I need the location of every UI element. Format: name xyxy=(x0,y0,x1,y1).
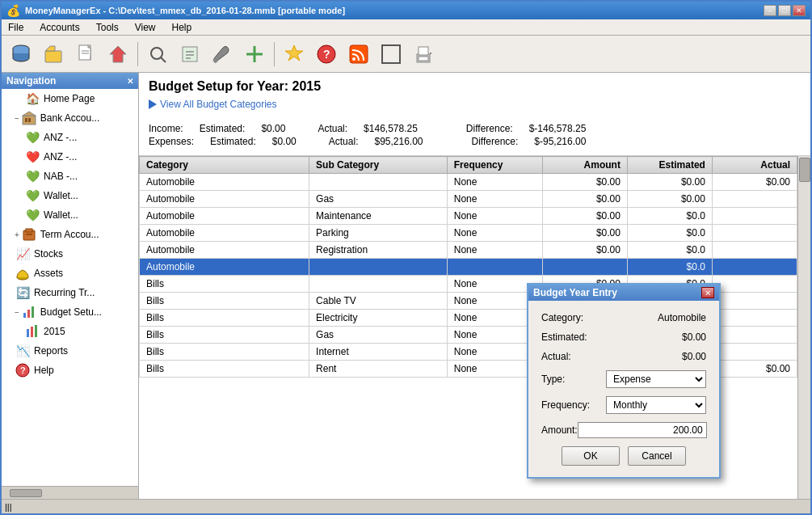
sidebar-item-label: Budget Setu... xyxy=(40,306,102,318)
nab-icon: 💚 xyxy=(24,168,40,184)
sidebar-item-label: 2015 xyxy=(44,326,65,337)
menu-file[interactable]: File xyxy=(5,21,27,34)
sidebar-item-wallet1[interactable]: 💚 Wallet... xyxy=(2,186,138,205)
wallet2-icon: 💚 xyxy=(24,207,40,223)
svg-rect-37 xyxy=(31,327,33,337)
toolbar-print-button[interactable] xyxy=(409,40,438,69)
toolbar-tools-button[interactable] xyxy=(208,40,237,69)
close-button[interactable]: ✕ xyxy=(793,5,806,16)
toolbar-sep-1 xyxy=(137,42,138,66)
sidebar-item-help[interactable]: ? Help xyxy=(2,361,138,380)
modal-category-label: Category: xyxy=(541,312,606,323)
sidebar-item-stocks[interactable]: 📈 Stocks xyxy=(2,244,138,264)
modal-actual-label: Actual: xyxy=(541,351,606,362)
svg-marker-15 xyxy=(285,45,303,61)
sidebar-item-budget[interactable]: − Budget Setu... xyxy=(2,302,138,322)
sidebar-item-label: Bank Accou... xyxy=(40,112,99,124)
modal-overlay: Budget Year Entry ✕ Category: Automobile… xyxy=(139,73,810,499)
svg-text:?: ? xyxy=(20,365,26,375)
recurring-icon: 🔄 xyxy=(15,285,31,301)
toolbar-add-button[interactable] xyxy=(240,40,269,69)
nav-header: Navigation ✕ xyxy=(2,73,138,89)
modal-actual-value: $0.00 xyxy=(606,351,706,362)
modal-close-button[interactable]: ✕ xyxy=(701,287,714,298)
modal-estimated-value: $0.00 xyxy=(606,331,706,343)
sidebar-item-term-accounts[interactable]: + Term Accou... xyxy=(2,225,138,244)
svg-rect-30 xyxy=(26,229,32,232)
svg-rect-1 xyxy=(45,51,61,62)
modal-type-select[interactable]: Expense Income xyxy=(606,370,706,388)
menu-help[interactable]: Help xyxy=(169,21,196,34)
budget-icon xyxy=(21,304,37,320)
toolbar-new-button[interactable] xyxy=(71,40,100,69)
sidebar-item-2015[interactable]: 2015 xyxy=(2,322,138,341)
sidebar-item-label: Wallet... xyxy=(44,190,78,201)
sidebar-item-anz1[interactable]: 💚 ANZ -... xyxy=(2,128,138,147)
toolbar-help-button[interactable]: ? xyxy=(312,40,341,69)
toolbar-open-button[interactable] xyxy=(39,40,68,69)
toolbar-search-button[interactable] xyxy=(143,40,172,69)
maximize-button[interactable]: □ xyxy=(778,5,791,16)
navigation-panel: Navigation ✕ 🏠 Home Page − xyxy=(2,73,139,499)
stocks-icon: 📈 xyxy=(15,246,31,262)
modal-ok-button[interactable]: OK xyxy=(562,446,620,466)
modal-frequency-select[interactable]: Monthly Weekly Bi-Weekly Daily Yearly No… xyxy=(606,396,706,414)
expand-bank[interactable]: − xyxy=(15,114,19,123)
svg-line-7 xyxy=(161,57,166,62)
year-icon xyxy=(24,323,40,340)
sidebar-item-label: Assets xyxy=(34,268,63,279)
modal-frequency-row: Frequency: Monthly Weekly Bi-Weekly Dail… xyxy=(541,396,706,414)
toolbar-favorite-button[interactable] xyxy=(280,40,309,69)
modal-cancel-button[interactable]: Cancel xyxy=(628,446,686,466)
toolbar-db-button[interactable] xyxy=(6,40,36,69)
nav-title: Navigation xyxy=(6,75,56,87)
nav-hscroll-thumb[interactable] xyxy=(10,489,42,497)
svg-marker-26 xyxy=(23,112,36,116)
expand-budget[interactable]: − xyxy=(15,308,19,317)
sidebar-item-assets[interactable]: Assets xyxy=(2,264,138,283)
modal-type-row: Type: Expense Income xyxy=(541,370,706,388)
nav-hscroll[interactable] xyxy=(2,486,138,499)
menu-view[interactable]: View xyxy=(132,21,159,34)
svg-marker-5 xyxy=(110,46,126,62)
modal-amount-input[interactable] xyxy=(578,422,707,438)
modal-estimated-label: Estimated: xyxy=(541,331,606,343)
title-bar: 💰 MoneyManagerEx - C:\Dev\test_mmex_db_2… xyxy=(2,2,810,19)
sidebar-item-nab[interactable]: 💚 NAB -... xyxy=(2,167,138,186)
minimize-button[interactable]: − xyxy=(764,5,776,16)
modal-amount-row: Amount: xyxy=(541,422,706,438)
toolbar-edit-button[interactable] xyxy=(175,40,204,69)
sidebar-item-reports[interactable]: 📉 Reports xyxy=(2,341,138,361)
window-title: MoneyManagerEx - C:\Dev\test_mmex_db_201… xyxy=(25,6,345,15)
menu-accounts[interactable]: Accounts xyxy=(36,21,82,34)
modal-category-value: Automobile xyxy=(606,312,706,323)
modal-title-bar: Budget Year Entry ✕ xyxy=(528,285,719,301)
sidebar-item-wallet2[interactable]: 💚 Wallet... xyxy=(2,205,138,225)
sidebar-item-home[interactable]: 🏠 Home Page xyxy=(2,89,138,108)
toolbar-home-button[interactable] xyxy=(103,40,133,69)
svg-point-6 xyxy=(151,48,162,59)
sidebar-item-anz2[interactable]: ❤️ ANZ -... xyxy=(2,147,138,167)
toolbar-fullscreen-button[interactable] xyxy=(377,40,406,69)
toolbar-rss-button[interactable] xyxy=(344,40,373,69)
svg-rect-23 xyxy=(419,57,428,61)
sidebar-item-label: NAB -... xyxy=(44,171,78,182)
sidebar-item-bank-accounts[interactable]: − Bank Accou... xyxy=(2,108,138,128)
svg-text:?: ? xyxy=(323,48,330,61)
assets-icon xyxy=(15,265,31,281)
nav-close-button[interactable]: ✕ xyxy=(127,77,133,86)
menu-tools[interactable]: Tools xyxy=(93,21,122,34)
anz2-icon: ❤️ xyxy=(24,149,40,165)
sidebar-item-recurring[interactable]: 🔄 Recurring Tr... xyxy=(2,283,138,302)
reports-icon: 📉 xyxy=(15,343,31,359)
window-controls: − □ ✕ xyxy=(764,5,806,16)
toolbar: ? xyxy=(2,36,810,73)
modal-estimated-row: Estimated: $0.00 xyxy=(541,331,706,343)
anz1-icon: 💚 xyxy=(24,129,40,146)
svg-rect-22 xyxy=(419,47,428,55)
svg-rect-38 xyxy=(35,325,37,337)
expand-term[interactable]: + xyxy=(15,230,19,239)
svg-rect-28 xyxy=(28,118,31,122)
app-icon: 💰 xyxy=(6,4,20,17)
sidebar-item-label: Home Page xyxy=(44,93,95,104)
